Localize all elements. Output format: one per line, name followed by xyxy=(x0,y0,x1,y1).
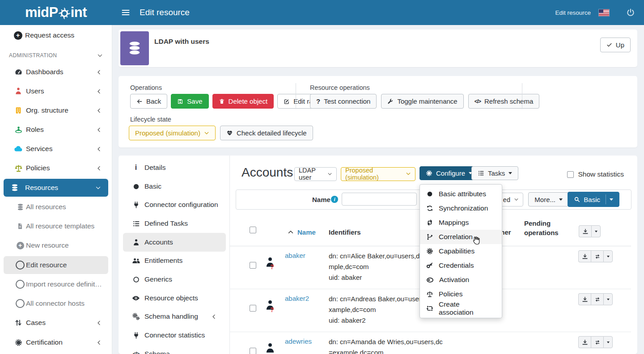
page-title: Edit resource xyxy=(140,0,190,25)
tab-connector-configuration[interactable]: Connector configuration xyxy=(119,195,229,214)
sidebar-item-all-connector-hosts[interactable]: All connector hosts xyxy=(0,294,112,313)
sidebar-section-administration[interactable]: ADMINISTRATION xyxy=(9,50,103,61)
row-checkbox[interactable] xyxy=(250,262,256,269)
sidebar-item-roles[interactable]: Roles xyxy=(0,120,112,139)
menu-item-basic-attributes[interactable]: Basic attributes xyxy=(420,187,502,201)
sidebar-item-edit-resource-active[interactable]: Edit resource xyxy=(4,256,108,274)
lifecycle-state-select[interactable]: Proposed (simulation) xyxy=(129,126,216,140)
chevron-left-icon xyxy=(96,88,102,94)
menu-item-activation[interactable]: Activation xyxy=(420,273,502,287)
sidebar-item-certification[interactable]: Certification xyxy=(0,333,112,352)
row-download-button[interactable] xyxy=(578,336,591,348)
sidebar-item-all-resources[interactable]: All resources xyxy=(0,198,112,216)
show-statistics-checkbox[interactable] xyxy=(567,171,574,178)
row-download-button[interactable] xyxy=(578,250,591,262)
language-flag-icon[interactable] xyxy=(599,9,609,16)
column-header-pending-operations: Pending operations xyxy=(524,219,562,237)
test-connection-button[interactable]: ? Test connection xyxy=(310,94,377,109)
chevron-left-icon xyxy=(96,69,102,75)
row-more-caret-button[interactable] xyxy=(603,293,613,305)
account-identifiers: dn: cn=Amanda de Wries,ou=users,dc=examp… xyxy=(329,337,443,354)
menu-item-synchronization[interactable]: Synchronization xyxy=(420,201,502,215)
sidebar-item-cases[interactable]: Cases xyxy=(0,313,112,332)
column-header-identifiers: Identifiers xyxy=(329,228,361,236)
menu-item-create-association[interactable]: Create association xyxy=(420,301,502,316)
divider xyxy=(522,83,522,109)
lifecycle-select[interactable]: Proposed (simulation) xyxy=(341,166,415,181)
row-more-caret-button[interactable] xyxy=(603,336,613,348)
configure-dropdown-button[interactable]: Configure xyxy=(419,166,479,180)
sidebar-item-users[interactable]: Users xyxy=(0,82,112,101)
sidebar-item-org-structure[interactable]: Org. structure xyxy=(0,101,112,120)
row-exchange-button[interactable] xyxy=(591,336,603,348)
delete-object-button[interactable]: Delete object xyxy=(212,94,274,109)
tab-entitlements[interactable]: Entitlements xyxy=(119,251,229,270)
account-name-link[interactable]: abaker xyxy=(285,252,305,259)
configure-label: Configure xyxy=(436,169,465,177)
tab-accounts[interactable]: Accounts xyxy=(119,233,229,252)
logout-power-icon[interactable] xyxy=(626,8,635,17)
column-header-name[interactable]: Name xyxy=(297,228,316,236)
row-download-button[interactable] xyxy=(578,293,591,305)
back-button[interactable]: Back xyxy=(130,94,167,109)
sidebar-item-request-access[interactable]: + Request access xyxy=(0,29,112,42)
sidebar-item-new-resource[interactable]: + New resource xyxy=(0,236,112,255)
save-button[interactable]: Save xyxy=(171,94,208,109)
tab-basic[interactable]: Basic xyxy=(119,177,229,196)
tab-connector-statistics[interactable]: Connector statistics xyxy=(119,326,229,345)
question-icon: ? xyxy=(316,97,320,105)
check-detailed-lifecycle-button[interactable]: Check detailed lifecycle xyxy=(220,126,313,140)
menu-item-correlation[interactable]: Correlation xyxy=(420,230,502,244)
name-search-input[interactable] xyxy=(342,193,417,206)
select-all-checkbox[interactable] xyxy=(250,227,256,233)
tasks-label: Tasks xyxy=(488,169,505,177)
cloud-icon xyxy=(13,144,23,153)
row-exchange-button[interactable] xyxy=(591,250,603,262)
account-name-link[interactable]: abaker2 xyxy=(285,295,309,302)
export-download-button[interactable] xyxy=(579,225,591,237)
info-icon[interactable]: i xyxy=(331,196,338,203)
menu-item-credentials[interactable]: Credentials xyxy=(420,258,502,273)
sidebar-item-import-resource-definition[interactable]: Import resource definit… xyxy=(0,275,112,294)
menu-item-capabilities[interactable]: Capabilities xyxy=(420,244,502,258)
tab-schema-handling[interactable]: Schema handling xyxy=(119,307,229,326)
tab-defined-tasks[interactable]: Defined Tasks xyxy=(119,214,229,233)
tasks-dropdown-button[interactable]: Tasks xyxy=(471,166,518,180)
menu-item-mappings[interactable]: Mappings xyxy=(420,215,502,230)
account-name-link[interactable]: adewries xyxy=(285,337,312,345)
toggle-icon xyxy=(426,276,434,284)
row-exchange-button[interactable] xyxy=(591,293,603,305)
code-icon: </> xyxy=(475,98,481,105)
more-filters-button[interactable]: More... xyxy=(528,192,569,206)
midpoint-logo[interactable]: midPint xyxy=(0,0,112,25)
search-mode-split-button[interactable]: Basic xyxy=(568,192,619,207)
menu-item-policies[interactable]: Policies xyxy=(420,287,502,301)
show-statistics-toggle[interactable]: Show statistics xyxy=(567,170,624,178)
sidebar-item-dashboards[interactable]: Dashboards xyxy=(0,63,112,81)
export-caret-button[interactable] xyxy=(591,225,601,237)
row-checkbox[interactable] xyxy=(250,348,256,354)
toggle-maintenance-button[interactable]: Toggle maintenance xyxy=(381,94,463,109)
object-type-select[interactable]: LDAP user xyxy=(294,166,337,181)
tab-resource-objects[interactable]: Resource objects xyxy=(119,289,229,308)
sidebar-item-all-resource-templates[interactable]: All resource templates xyxy=(0,217,112,236)
sidebar-item-services[interactable]: Services xyxy=(0,139,112,158)
account-avatar-icon: ? xyxy=(264,256,278,271)
tab-schema[interactable]: </> Schema xyxy=(119,345,229,354)
chevron-left-icon xyxy=(96,108,102,114)
status-up-button[interactable]: Up xyxy=(600,38,631,52)
plug-icon xyxy=(131,201,141,209)
sort-ascending-icon[interactable] xyxy=(288,229,294,235)
test-connection-label: Test connection xyxy=(324,97,370,105)
tab-generics[interactable]: Generics xyxy=(119,270,229,289)
sidebar-item-policies[interactable]: Policies xyxy=(0,159,112,177)
tab-label: Entitlements xyxy=(144,257,182,265)
row-checkbox[interactable] xyxy=(250,305,256,312)
hamburger-menu-icon[interactable] xyxy=(121,8,130,17)
row-more-caret-button[interactable] xyxy=(603,250,613,262)
refresh-schema-button[interactable]: </> Refresh schema xyxy=(468,94,540,109)
gears-icon xyxy=(131,312,141,320)
chevron-down-icon xyxy=(327,172,332,177)
tab-details[interactable]: i Details xyxy=(119,158,229,177)
sidebar-item-resources-active[interactable]: Resources xyxy=(4,179,108,197)
